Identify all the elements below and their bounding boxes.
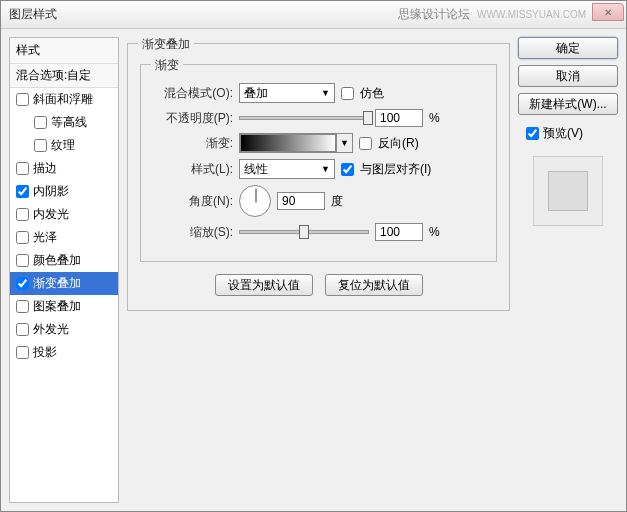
angle-label: 角度(N): xyxy=(151,193,233,210)
style-item[interactable]: 纹理 xyxy=(10,134,118,157)
style-item-label: 光泽 xyxy=(33,229,57,246)
scale-input[interactable]: 100 xyxy=(375,223,423,241)
new-style-button[interactable]: 新建样式(W)... xyxy=(518,93,618,115)
style-item-label: 外发光 xyxy=(33,321,69,338)
style-checkbox[interactable] xyxy=(16,300,29,313)
cancel-button[interactable]: 取消 xyxy=(518,65,618,87)
style-item[interactable]: 内发光 xyxy=(10,203,118,226)
angle-dial[interactable] xyxy=(239,185,271,217)
style-item[interactable]: 等高线 xyxy=(10,111,118,134)
style-checkbox[interactable] xyxy=(16,346,29,359)
style-checkbox[interactable] xyxy=(16,185,29,198)
style-item-label: 描边 xyxy=(33,160,57,177)
style-item-label: 纹理 xyxy=(51,137,75,154)
titlebar: 图层样式 思缘设计论坛 WWW.MISSYUAN.COM ✕ xyxy=(1,1,626,29)
dither-checkbox[interactable] xyxy=(341,87,354,100)
style-label: 样式(L): xyxy=(151,161,233,178)
style-item[interactable]: 内阴影 xyxy=(10,180,118,203)
style-checkbox[interactable] xyxy=(16,93,29,106)
set-default-button[interactable]: 设置为默认值 xyxy=(215,274,313,296)
chevron-down-icon: ▼ xyxy=(321,88,330,98)
gradient-overlay-group: 渐变叠加 渐变 混合模式(O): 叠加▼ 仿色 不透明度(P): xyxy=(127,43,510,311)
layer-style-dialog: 图层样式 思缘设计论坛 WWW.MISSYUAN.COM ✕ 样式 混合选项:自… xyxy=(0,0,627,512)
window-title: 图层样式 xyxy=(9,6,57,23)
scale-slider[interactable] xyxy=(239,230,369,234)
style-item-label: 内发光 xyxy=(33,206,69,223)
align-label: 与图层对齐(I) xyxy=(360,161,431,178)
style-checkbox[interactable] xyxy=(16,162,29,175)
style-item[interactable]: 颜色叠加 xyxy=(10,249,118,272)
style-item[interactable]: 投影 xyxy=(10,341,118,364)
style-item-label: 图案叠加 xyxy=(33,298,81,315)
style-dropdown[interactable]: 线性▼ xyxy=(239,159,335,179)
dither-label: 仿色 xyxy=(360,85,384,102)
style-item[interactable]: 外发光 xyxy=(10,318,118,341)
blend-mode-label: 混合模式(O): xyxy=(151,85,233,102)
reverse-label: 反向(R) xyxy=(378,135,419,152)
reverse-checkbox[interactable] xyxy=(359,137,372,150)
style-item[interactable]: 渐变叠加 xyxy=(10,272,118,295)
style-item-label: 内阴影 xyxy=(33,183,69,200)
chevron-down-icon: ▼ xyxy=(321,164,330,174)
style-item-label: 颜色叠加 xyxy=(33,252,81,269)
style-item[interactable]: 斜面和浮雕 xyxy=(10,88,118,111)
preview-label: 预览(V) xyxy=(543,125,583,142)
style-item-label: 投影 xyxy=(33,344,57,361)
group-title: 渐变叠加 xyxy=(138,36,194,53)
preview-checkbox[interactable] xyxy=(526,127,539,140)
style-item[interactable]: 光泽 xyxy=(10,226,118,249)
style-checkbox[interactable] xyxy=(16,323,29,336)
opacity-label: 不透明度(P): xyxy=(151,110,233,127)
sidebar-header[interactable]: 样式 xyxy=(10,38,118,64)
style-item-label: 等高线 xyxy=(51,114,87,131)
inner-title: 渐变 xyxy=(151,57,183,74)
style-item[interactable]: 描边 xyxy=(10,157,118,180)
style-checkbox[interactable] xyxy=(34,139,47,152)
ok-button[interactable]: 确定 xyxy=(518,37,618,59)
gradient-inner-group: 渐变 混合模式(O): 叠加▼ 仿色 不透明度(P): 100 % xyxy=(140,64,497,262)
style-checkbox[interactable] xyxy=(16,231,29,244)
style-item-label: 渐变叠加 xyxy=(33,275,81,292)
style-checkbox[interactable] xyxy=(16,254,29,267)
blend-mode-dropdown[interactable]: 叠加▼ xyxy=(239,83,335,103)
style-item-label: 斜面和浮雕 xyxy=(33,91,93,108)
preview-box xyxy=(533,156,603,226)
reset-default-button[interactable]: 复位为默认值 xyxy=(325,274,423,296)
watermark: 思缘设计论坛 WWW.MISSYUAN.COM xyxy=(398,6,586,23)
align-checkbox[interactable] xyxy=(341,163,354,176)
style-checkbox[interactable] xyxy=(16,277,29,290)
styles-sidebar: 样式 混合选项:自定 斜面和浮雕等高线纹理描边内阴影内发光光泽颜色叠加渐变叠加图… xyxy=(9,37,119,503)
main-panel: 渐变叠加 渐变 混合模式(O): 叠加▼ 仿色 不透明度(P): xyxy=(127,37,510,503)
chevron-down-icon[interactable]: ▼ xyxy=(336,134,352,152)
style-item[interactable]: 图案叠加 xyxy=(10,295,118,318)
angle-input[interactable]: 90 xyxy=(277,192,325,210)
style-checkbox[interactable] xyxy=(16,208,29,221)
right-column: 确定 取消 新建样式(W)... 预览(V) xyxy=(518,37,618,503)
preview-swatch xyxy=(548,171,588,211)
style-checkbox[interactable] xyxy=(34,116,47,129)
scale-label: 缩放(S): xyxy=(151,224,233,241)
opacity-input[interactable]: 100 xyxy=(375,109,423,127)
close-button[interactable]: ✕ xyxy=(592,3,624,21)
opacity-slider[interactable] xyxy=(239,116,369,120)
sidebar-blending-options[interactable]: 混合选项:自定 xyxy=(10,64,118,88)
gradient-picker[interactable]: ▼ xyxy=(239,133,353,153)
gradient-label: 渐变: xyxy=(151,135,233,152)
gradient-swatch[interactable] xyxy=(240,134,336,152)
